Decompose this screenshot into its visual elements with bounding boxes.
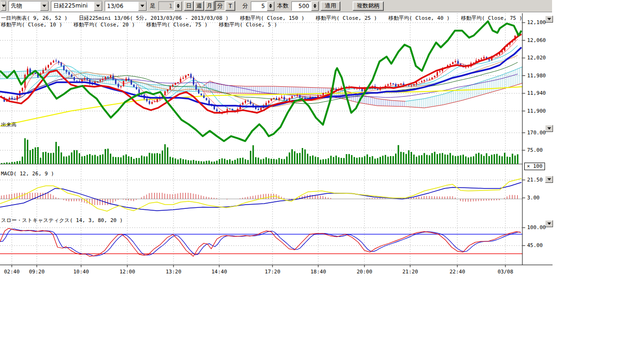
legend-item: 移動平均( Close, 150 )	[240, 15, 305, 22]
time-axis-label: 03/08	[495, 269, 516, 275]
chevron-down-icon	[547, 178, 551, 181]
time-axis-label: 18:40	[308, 269, 329, 275]
time-axis-label: 14:40	[209, 269, 230, 275]
time-axis-label: 12:00	[117, 269, 138, 275]
legend-item: 移動平均( Close, 40 )	[388, 15, 450, 22]
time-axis-label: 02:40	[1, 269, 22, 275]
price-axis-label: 11,940	[527, 90, 546, 96]
stochastics-pane-title: スロー・ストキャスティクス( 14, 3, 80, 20 )	[1, 217, 123, 223]
time-axis-label: 20:00	[354, 269, 375, 275]
legend-item: 移動平均( Close, 10 )	[1, 21, 62, 28]
stochastics-axis-label: 45.00	[527, 242, 543, 248]
legend-item: 移動平均( Close, 25 )	[316, 15, 377, 22]
legend-row-2: 移動平均( Close, 10 )移動平均( Close, 20 )移動平均( …	[1, 21, 277, 28]
time-axis-label: 17:20	[262, 269, 283, 275]
legend-item: 一目均衡表( 9, 26, 52 )	[1, 15, 67, 22]
volume-axis-label: 170.00	[527, 130, 546, 136]
chart-application-window: { "toolbar": { "market_value": "先物", "sy…	[0, 0, 644, 362]
macd-axis-label: 21.50	[527, 177, 543, 183]
volume-multiplier-badge: × 100	[524, 163, 545, 170]
price-axis-label: 11,900	[527, 108, 546, 114]
price-axis-label: 12,020	[527, 55, 546, 61]
time-axis-label: 09:20	[26, 269, 47, 275]
legend-item: 移動平均( Close, 20 )	[74, 21, 135, 28]
chart-canvas[interactable]	[0, 0, 644, 283]
price-axis-label: 12,100	[527, 19, 546, 25]
collapse-stochastics-pane-button[interactable]	[545, 220, 553, 227]
legend-item: 移動平均( Close, 75 )	[146, 21, 207, 28]
legend-item: 移動平均( Close, 75 )	[461, 15, 522, 22]
collapse-macd-pane-button[interactable]	[545, 176, 553, 183]
price-axis-label: 11,980	[527, 73, 546, 79]
chevron-down-icon	[547, 18, 551, 20]
volume-pane-title: 出来高	[1, 122, 17, 128]
chevron-down-icon	[547, 127, 551, 130]
time-axis-label: 10:40	[71, 269, 91, 275]
macd-pane-title: MACD( 12, 26, 9 )	[1, 171, 54, 177]
collapse-price-pane-button[interactable]	[545, 16, 553, 23]
time-axis-label: 13:20	[163, 269, 184, 275]
price-axis-label: 12,060	[527, 37, 546, 43]
stochastics-axis-label: 100.00	[527, 224, 546, 230]
legend-item: 移動平均( Close, 5 )	[219, 21, 277, 28]
chevron-down-icon	[547, 222, 551, 225]
collapse-volume-pane-button[interactable]	[545, 125, 553, 132]
volume-axis-label: 75.00	[527, 147, 543, 153]
macd-axis-label: 3.00	[527, 195, 540, 201]
legend-row-1: 一目均衡表( 9, 26, 52 )日経225mini 13/06( 5分, 2…	[1, 15, 522, 22]
time-axis-label: 22:40	[447, 269, 468, 275]
time-axis-label: 21:20	[400, 269, 421, 275]
legend-item: 日経225mini 13/06( 5分, 2013/03/06 - 2013/0…	[79, 15, 229, 22]
